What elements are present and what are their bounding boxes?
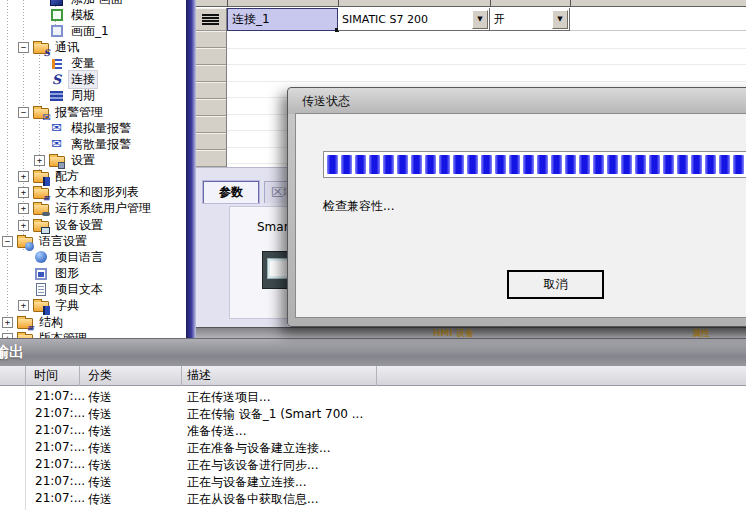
log-description: 正在从设备中获取信息... — [187, 491, 318, 508]
log-description: 正在传送项目... — [187, 389, 270, 406]
column-time[interactable]: 时间 — [26, 366, 80, 386]
column-description[interactable]: 描述 — [182, 366, 377, 386]
tree-item[interactable]: +配方 — [0, 169, 186, 185]
tree-item-label: 画面_1 — [69, 23, 111, 40]
output-log-row[interactable]: 21:07:...传送正在从设备中获取信息... — [0, 490, 746, 507]
output-log-row[interactable]: 21:07:...传送正在传输 设备_1 (Smart 700 ... — [0, 405, 746, 422]
row-header-cell[interactable] — [196, 150, 226, 167]
collapse-box-icon[interactable]: − — [18, 107, 29, 118]
expand-box-icon[interactable]: + — [2, 317, 13, 328]
tree-item[interactable]: 周期 — [0, 88, 186, 104]
tree-item[interactable]: +≡结构 — [0, 314, 186, 330]
tree-item-label: 项目文本 — [53, 281, 105, 298]
picture-icon — [32, 266, 49, 281]
output-log-row[interactable]: 21:07:...传送准备传送... — [0, 422, 746, 439]
log-category: 传送 — [88, 474, 112, 491]
tree-item[interactable]: −语言设置 — [0, 233, 186, 249]
row-header-cell[interactable] — [196, 99, 226, 116]
row-header-cell[interactable] — [196, 82, 226, 99]
tree-item[interactable]: +≡文本和图形列表 — [0, 185, 186, 201]
online-value[interactable]: 开 — [490, 12, 551, 27]
dropdown-arrow-icon[interactable]: ▼ — [472, 10, 488, 29]
tree-item[interactable]: +运行系统用户管理 — [0, 201, 186, 217]
progress-block — [439, 155, 450, 174]
row-header-selected[interactable] — [196, 8, 226, 31]
tree-item[interactable]: +设备设置 — [0, 217, 186, 233]
expand-box-icon[interactable]: + — [18, 187, 29, 198]
output-log-row[interactable]: 21:07:...传送正在与该设备进行同步... — [0, 456, 746, 473]
output-log-row[interactable]: 21:07:...传送正在与设备建立连接... — [0, 473, 746, 490]
tab-parameters[interactable]: 参数 — [203, 181, 259, 203]
tree-item-label: 周期 — [69, 87, 97, 104]
row-header-cell[interactable] — [196, 133, 226, 150]
folder-alarm-icon: ✉ — [32, 105, 49, 120]
row-header-cell[interactable] — [196, 31, 226, 48]
expand-box-icon[interactable]: + — [18, 300, 29, 311]
log-time: 21:07:... — [35, 474, 85, 488]
folder-dict-icon — [32, 298, 49, 313]
tree-item[interactable]: +字典 — [0, 298, 186, 314]
tree-item[interactable]: 图形 — [0, 266, 186, 282]
log-time: 21:07:... — [35, 423, 85, 437]
cancel-button[interactable]: 取消 — [507, 270, 604, 299]
dropdown-arrow-icon[interactable]: ▼ — [552, 10, 568, 29]
tree-item-label: 项目语言 — [53, 249, 105, 266]
driver-combobox[interactable]: SIMATIC S7 200 ▼ — [338, 8, 490, 31]
progress-block — [635, 155, 646, 174]
tree-item[interactable]: ✉模拟量报警 — [0, 120, 186, 136]
progress-block — [341, 155, 352, 174]
row-header-cell[interactable] — [196, 48, 226, 65]
online-combobox[interactable]: 开 ▼ — [490, 8, 570, 31]
row-header-cell[interactable] — [196, 65, 226, 82]
doc-icon — [32, 282, 49, 297]
dialog-title: 传送状态 — [302, 93, 350, 110]
row-header-cell[interactable] — [196, 116, 226, 133]
tree-item[interactable]: 变量 — [0, 56, 186, 72]
output-log-row[interactable]: 21:07:...传送正在准备与设备建立连接... — [0, 439, 746, 456]
driver-value[interactable]: SIMATIC S7 200 — [338, 13, 471, 26]
column-category[interactable]: 分类 — [80, 366, 182, 386]
pane-splitter[interactable] — [186, 0, 196, 338]
status-text: 检查兼容性... — [323, 198, 394, 215]
tree-item[interactable]: 画面_1 — [0, 23, 186, 39]
tree-item[interactable]: 模板 — [0, 7, 186, 23]
progress-block — [495, 155, 506, 174]
dialog-body: 检查兼容性... 取消 — [295, 113, 746, 318]
tree-item[interactable]: +版本管理 — [0, 330, 186, 338]
output-panel: 输出 时间 分类 描述 21:07:...传送正在传送项目...21:07:..… — [0, 338, 746, 510]
tree-item-label: 文本和图形列表 — [53, 184, 141, 201]
tree-item[interactable]: +设置 — [0, 153, 186, 169]
progress-block — [705, 155, 716, 174]
progress-block — [551, 155, 562, 174]
progress-block — [523, 155, 534, 174]
expand-box-icon[interactable]: + — [18, 171, 29, 182]
tree-item[interactable]: −S通讯 — [0, 39, 186, 55]
tree-item[interactable]: ✉离散量报警 — [0, 136, 186, 152]
expand-box-icon[interactable]: + — [18, 203, 29, 214]
expand-box-icon[interactable]: + — [18, 220, 29, 231]
tree-item[interactable]: S连接 — [0, 72, 186, 88]
current-row-icon — [202, 14, 219, 26]
log-category: 传送 — [88, 423, 112, 440]
tree-item-label: 连接 — [69, 71, 97, 88]
tree-item[interactable]: 项目文本 — [0, 282, 186, 298]
expand-box-icon[interactable]: + — [34, 155, 45, 166]
collapse-box-icon[interactable]: − — [2, 236, 13, 247]
tree-item-label: 模板 — [69, 7, 97, 24]
tree-item-label: 结构 — [37, 314, 65, 331]
progress-block — [593, 155, 604, 174]
tree-item[interactable]: −✉报警管理 — [0, 104, 186, 120]
tree-item-label: 运行系统用户管理 — [53, 200, 153, 217]
tree-item-label: 语言设置 — [37, 233, 89, 250]
connection-name-cell[interactable]: 连接_1 — [227, 8, 338, 31]
tree-item[interactable]: 项目语言 — [0, 249, 186, 265]
template-screen-icon — [48, 8, 65, 23]
collapse-box-icon[interactable]: − — [18, 42, 29, 53]
log-category: 传送 — [88, 491, 112, 508]
progress-block — [691, 155, 702, 174]
progress-block — [481, 155, 492, 174]
progress-block — [453, 155, 464, 174]
output-log-row[interactable]: 21:07:...传送正在传送项目... — [0, 388, 746, 405]
progress-block — [509, 155, 520, 174]
background-pane-title: 属性 — [692, 329, 710, 338]
